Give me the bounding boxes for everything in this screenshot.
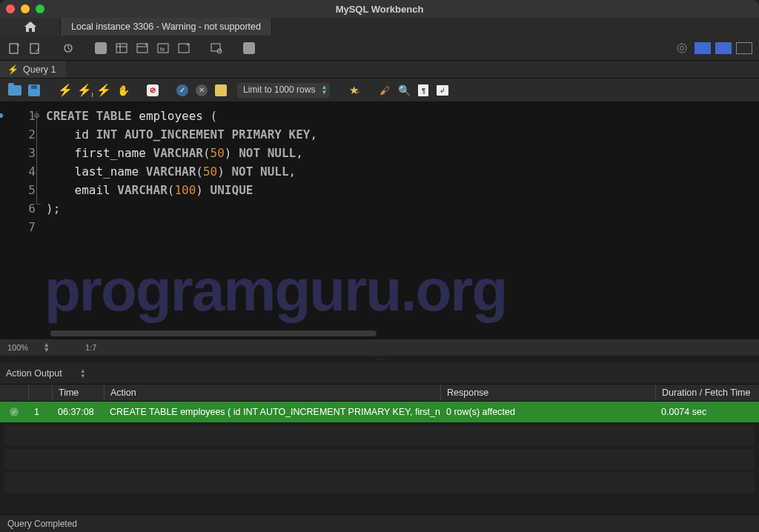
save-file-button[interactable]	[27, 83, 42, 98]
code-area[interactable]: ⊖ CREATE TABLE employees ( id INT AUTO_I…	[43, 102, 759, 339]
svg-text:+: +	[186, 41, 190, 48]
cursor-position: 1:7	[85, 343, 96, 352]
row-limit-select[interactable]: Limit to 1000 rows ▲▼	[237, 83, 330, 98]
titlebar: MySQL Workbench	[0, 0, 759, 18]
home-tab[interactable]	[0, 18, 61, 36]
col-action[interactable]: Action	[104, 385, 440, 401]
beautify-button[interactable]: 🖌	[377, 83, 392, 98]
status-bar: Query Completed	[0, 514, 759, 532]
explain-button[interactable]: ⚡	[96, 83, 111, 98]
find-button[interactable]: 🔍	[397, 83, 411, 98]
execute-current-button[interactable]: ⚡I	[77, 83, 92, 98]
reconnect-button[interactable]	[240, 39, 258, 57]
word-wrap-button[interactable]: ↲	[435, 83, 450, 98]
create-schema-button[interactable]	[92, 39, 110, 57]
svg-rect-4	[116, 44, 127, 53]
settings-icon[interactable]	[673, 39, 691, 57]
create-function-button[interactable]: +	[175, 39, 193, 57]
create-table-button[interactable]	[113, 39, 130, 57]
pane-splitter[interactable]	[0, 356, 759, 363]
connection-tabs: Local instance 3306 - Warning - not supp…	[0, 18, 759, 36]
output-row[interactable]: ✓ 1 06:37:08 CREATE TABLE employees ( id…	[0, 402, 759, 422]
svg-point-17	[680, 46, 684, 50]
new-sql-tab-button[interactable]: +	[6, 39, 24, 57]
output-type-select[interactable]: Action Output	[6, 368, 62, 379]
minimize-window-button[interactable]	[21, 4, 30, 13]
toggle-whitespace-button[interactable]	[213, 83, 228, 98]
sql-editor[interactable]: 1234567 ⊖ CREATE TABLE employees ( id IN…	[0, 102, 759, 339]
col-duration[interactable]: Duration / Fetch Time	[655, 385, 759, 401]
bottom-panel-toggle[interactable]	[715, 42, 732, 54]
connection-tab[interactable]: Local instance 3306 - Warning - not supp…	[61, 18, 272, 36]
query-tabs: ⚡ Query 1	[0, 61, 759, 79]
output-rows: ✓ 1 06:37:08 CREATE TABLE employees ( id…	[0, 402, 759, 422]
app-title: MySQL Workbench	[336, 4, 424, 15]
output-blank-row	[4, 449, 755, 470]
commit-button[interactable]: ✓	[175, 83, 190, 98]
toggle-autocommit-button[interactable]: ⊘	[145, 83, 160, 98]
right-panel-toggle[interactable]	[736, 42, 752, 54]
output-blank-row	[4, 425, 755, 446]
inspector-button[interactable]	[59, 39, 77, 57]
output-panel-header: Action Output ▲▼	[0, 363, 759, 384]
svg-rect-2	[30, 44, 39, 53]
invisible-chars-button[interactable]: ¶	[416, 83, 431, 98]
left-panel-toggle[interactable]	[695, 42, 711, 54]
close-window-button[interactable]	[6, 4, 15, 13]
create-procedure-button[interactable]: fx	[154, 39, 172, 57]
output-blank-row	[4, 473, 755, 493]
rollback-button[interactable]: ✕	[194, 83, 209, 98]
query-tab-icon: ⚡	[7, 64, 19, 75]
output-type-arrows-icon[interactable]: ▲▼	[80, 368, 86, 379]
svg-text:fx: fx	[160, 46, 165, 53]
create-view-button[interactable]: +	[133, 39, 151, 57]
query-tab-label: Query 1	[23, 64, 56, 75]
editor-toolbar: ⚡ ⚡I ⚡ ✋ ⊘ ✓ ✕ Limit to 1000 rows ▲▼ ★+ …	[0, 79, 759, 102]
svg-rect-14	[211, 44, 220, 51]
favorites-button[interactable]: ★+	[348, 83, 362, 98]
query-tab[interactable]: ⚡ Query 1	[0, 61, 66, 78]
window-controls	[6, 4, 44, 13]
execute-button[interactable]: ⚡	[58, 83, 73, 98]
svg-text:+: +	[145, 41, 148, 48]
col-response[interactable]: Response	[440, 385, 655, 401]
maximize-window-button[interactable]	[36, 4, 44, 13]
col-time[interactable]: Time	[52, 385, 104, 401]
main-toolbar: + + fx +	[0, 36, 759, 61]
open-file-button[interactable]	[7, 83, 22, 98]
zoom-level[interactable]: 100%	[7, 343, 28, 352]
horizontal-scrollbar[interactable]	[50, 330, 377, 336]
open-sql-file-button[interactable]	[27, 39, 44, 57]
output-columns: Time Action Response Duration / Fetch Ti…	[0, 384, 759, 402]
svg-point-16	[677, 44, 686, 53]
search-table-data-button[interactable]	[208, 39, 225, 57]
stop-button[interactable]: ✋	[116, 83, 130, 98]
editor-status-bar: 100% ▲▼ 1:7	[0, 339, 759, 356]
status-text: Query Completed	[7, 519, 77, 529]
zoom-arrows-icon[interactable]: ▲▼	[43, 342, 50, 353]
svg-text:+: +	[16, 41, 20, 49]
